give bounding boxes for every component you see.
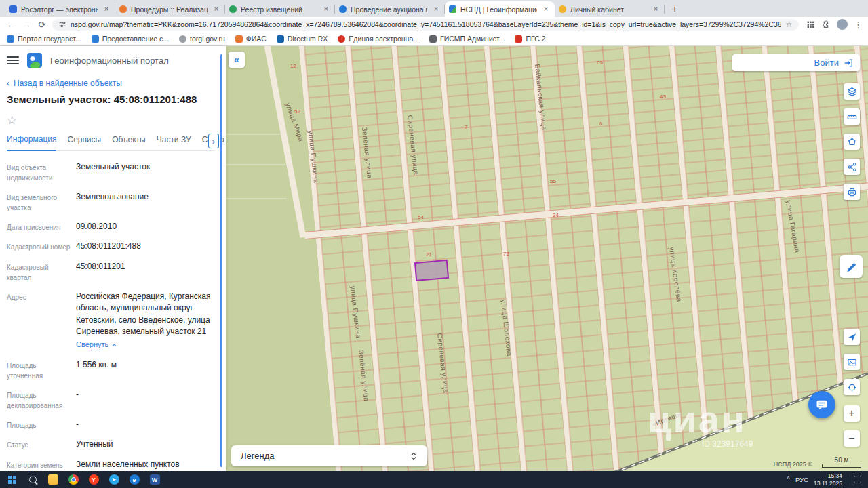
bookmark-item[interactable]: ПГС 2 — [515, 35, 545, 43]
forward-icon[interactable]: → — [21, 20, 32, 30]
profile-avatar[interactable] — [837, 19, 848, 30]
tab-favicon — [449, 5, 456, 13]
browser-tab[interactable]: Росэлторг — электронная торг... × — [5, 1, 115, 17]
taskbar-app-telegram[interactable]: ➤ — [104, 471, 123, 488]
field-label: Статус — [7, 439, 76, 450]
tab-title: Проведение аукциона в электр... — [351, 5, 427, 14]
taskbar-app-edge[interactable]: e — [125, 471, 144, 488]
new-tab-button[interactable]: + — [667, 1, 682, 16]
bookmark-item[interactable]: ФИАС — [235, 35, 267, 43]
start-button[interactable] — [3, 471, 22, 488]
measure-button[interactable] — [844, 108, 860, 125]
browser-tab[interactable]: Реестр извещений × — [225, 1, 335, 17]
tab-close-icon[interactable]: × — [651, 5, 660, 14]
layers-button[interactable] — [844, 83, 860, 100]
bookmark-favicon — [235, 35, 243, 43]
cadastral-map[interactable]: улица Мира улица Пушкина Зелёная улица С… — [226, 46, 868, 471]
parcel-number: 65 — [597, 60, 603, 66]
bookmark-item[interactable]: Единая электронна... — [338, 35, 419, 43]
tab-close-icon[interactable]: × — [541, 5, 551, 14]
field-row: Категория земель Земли населенных пункто… — [7, 459, 215, 470]
field-value: - — [76, 419, 215, 430]
tab-close-icon[interactable]: × — [431, 5, 441, 14]
draw-polygon-button[interactable] — [844, 134, 860, 150]
scale-line — [822, 464, 861, 468]
tab-close-icon[interactable]: × — [102, 5, 111, 14]
tune-icon — [58, 20, 66, 28]
bookmark-favicon — [179, 35, 186, 43]
panel-scrollbar[interactable] — [220, 54, 222, 467]
taskbar-search-button[interactable] — [23, 471, 42, 488]
collapse-address-link[interactable]: Свернуть — [76, 340, 117, 350]
bookmark-item[interactable]: Directum RX — [277, 35, 328, 43]
language-indicator[interactable]: РУС — [795, 476, 808, 483]
field-row: Площадь декларированная - — [7, 389, 215, 411]
reload-icon[interactable]: ⟳ — [37, 20, 47, 30]
bookmark-item[interactable]: Предоставление с... — [92, 35, 169, 43]
favorite-star-icon[interactable]: ☆ — [7, 113, 215, 127]
clock-time: 15:34 — [814, 472, 842, 480]
attribution-text: НСПД 2025 © — [774, 461, 812, 468]
login-button[interactable]: Войти — [732, 54, 860, 71]
geolocation-button[interactable] — [844, 329, 860, 345]
tab-objects[interactable]: Объекты — [112, 135, 146, 150]
field-value: 09.08.2010 — [76, 221, 215, 232]
field-label: Площадь уточненная — [7, 359, 76, 381]
tab-parcel-parts[interactable]: Части ЗУ — [157, 135, 191, 150]
tab-close-icon[interactable]: × — [321, 5, 331, 14]
focus-target-button[interactable] — [844, 379, 860, 395]
login-label: Войти — [814, 58, 839, 68]
bookmark-label: Портал государст... — [18, 35, 81, 43]
collapse-panel-button[interactable]: « — [229, 52, 245, 68]
browser-tab-active[interactable]: НСПД | Геоинформационный п... × — [445, 1, 555, 17]
taskbar-app-chrome[interactable] — [64, 471, 83, 488]
field-row: Статус Учтенный — [7, 439, 215, 450]
browser-menu-icon[interactable]: ⋮ — [854, 20, 863, 30]
tabs-overflow-button[interactable]: › — [208, 134, 219, 148]
tab-favicon — [339, 5, 347, 13]
extensions-puzzle-icon[interactable] — [821, 20, 831, 29]
scale-label: 50 м — [835, 456, 849, 464]
back-to-results-link[interactable]: ‹ Назад в найденные объекты — [7, 79, 215, 88]
taskbar-app-word[interactable]: W — [145, 471, 164, 488]
selected-parcel[interactable] — [415, 260, 448, 281]
print-icon — [847, 187, 857, 197]
windows-logo-icon — [8, 476, 16, 484]
tray-chevron-icon[interactable]: ^ — [787, 476, 790, 483]
tab-information[interactable]: Информация — [7, 134, 56, 151]
edit-pencil-button[interactable] — [840, 255, 863, 278]
taskbar-clock[interactable]: 15:34 13.11.2025 — [814, 472, 842, 487]
field-label: Адрес — [7, 291, 76, 351]
share-button[interactable] — [844, 159, 860, 175]
bookmark-item[interactable]: Портал государст... — [7, 35, 81, 43]
bookmark-label: ПГС 2 — [526, 35, 545, 43]
back-icon[interactable]: ← — [5, 20, 16, 30]
bookmark-item[interactable]: ГИСМП Админист... — [429, 35, 505, 43]
address-bar[interactable]: nspd.gov.ru/map?thematic=PKK&zoom=16.717… — [52, 19, 799, 30]
chat-button[interactable] — [808, 391, 835, 418]
map-area[interactable]: улица Мира улица Пушкина Зелёная улица С… — [226, 46, 868, 471]
field-value: Российская Федерация, Курганская область… — [76, 291, 211, 336]
field-row: Кадастровый квартал 45:08:011201 — [7, 261, 215, 283]
snapshot-button[interactable] — [844, 354, 860, 370]
bookmark-label: ГИСМП Админист... — [440, 35, 505, 43]
field-label: Категория земель — [7, 459, 76, 470]
zoom-in-button[interactable]: + — [844, 405, 860, 422]
field-label: Кадастровый номер — [7, 241, 76, 252]
apps-grid-icon[interactable] — [806, 20, 815, 29]
browser-tab-bar: Росэлторг — электронная торг... × Процед… — [0, 0, 868, 17]
legend-dropdown[interactable]: Легенда — [231, 445, 427, 466]
print-button[interactable] — [844, 184, 860, 200]
bookmark-star-icon[interactable]: ☆ — [785, 20, 793, 29]
taskbar-app-yandex[interactable]: Y — [84, 471, 103, 488]
browser-tab[interactable]: Проведение аукциона в электр... × — [335, 1, 445, 17]
browser-tab[interactable]: Процедуры :: Реализация гос... × — [115, 1, 225, 17]
taskbar-app-explorer[interactable] — [43, 471, 62, 488]
browser-tab[interactable]: Личный кабинет × — [555, 1, 665, 17]
bookmark-item[interactable]: torgi.gov.ru — [179, 35, 225, 43]
zoom-out-button[interactable]: − — [844, 430, 860, 447]
notification-center-icon[interactable] — [854, 476, 861, 483]
hamburger-menu-icon[interactable] — [7, 56, 19, 64]
tab-services[interactable]: Сервисы — [67, 135, 101, 150]
tab-close-icon[interactable]: × — [212, 5, 221, 14]
